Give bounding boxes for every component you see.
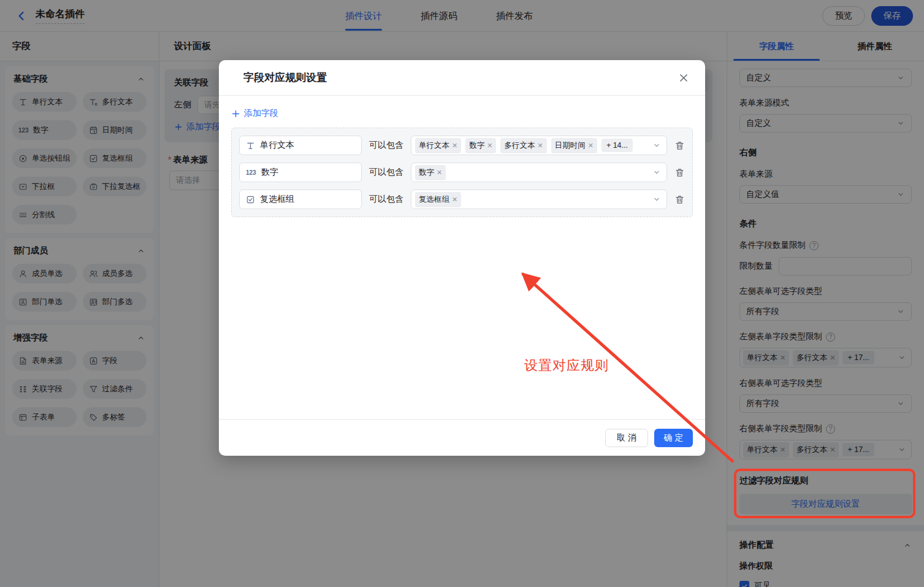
- chevron-down-icon: [652, 141, 661, 150]
- rule-row: 123 数字 可以包含 数字: [239, 163, 685, 182]
- remove-tag-icon[interactable]: [452, 196, 457, 204]
- rule-field-select[interactable]: 单行文本: [239, 136, 362, 155]
- delete-row-icon[interactable]: [674, 167, 685, 178]
- rule-contains-multiselect[interactable]: 复选框组: [411, 190, 667, 209]
- rule-row: 复选框组 可以包含 复选框组: [239, 190, 685, 209]
- cancel-button[interactable]: 取 消: [605, 429, 648, 447]
- plus-icon: [231, 109, 240, 118]
- chevron-down-icon: [652, 195, 661, 204]
- remove-tag-icon[interactable]: [487, 142, 492, 150]
- type-tag: 复选框组: [415, 192, 461, 207]
- rule-contains-multiselect[interactable]: 数字: [411, 163, 667, 182]
- type-tag: 多行文本: [500, 138, 546, 153]
- chevron-down-icon: [652, 168, 661, 177]
- remove-tag-icon[interactable]: [437, 169, 442, 177]
- type-tag: 日期时间: [551, 138, 597, 153]
- field-rule-settings-modal: 字段对应规则设置 添加字段 单行文本 可以包含 单行文本 数字: [219, 60, 705, 456]
- rule-field-select[interactable]: 复选框组: [239, 190, 362, 209]
- type-tag: 数字: [415, 165, 446, 180]
- type-tag: 单行文本: [415, 138, 461, 153]
- contain-label: 可以包含: [369, 140, 403, 151]
- modal-add-field-button[interactable]: 添加字段: [231, 108, 693, 119]
- contain-label: 可以包含: [369, 194, 403, 205]
- text-icon: [246, 141, 255, 150]
- more-tags-badge[interactable]: + 14...: [601, 139, 633, 152]
- confirm-button[interactable]: 确 定: [654, 429, 693, 447]
- contain-label: 可以包含: [369, 167, 403, 178]
- close-icon[interactable]: [678, 72, 689, 83]
- remove-tag-icon[interactable]: [588, 142, 594, 150]
- delete-row-icon[interactable]: [674, 140, 685, 151]
- app-screen: 未命名插件 插件设计 插件源码 插件发布 预览 保存 字段 基础字段 单行文本 …: [0, 0, 924, 587]
- delete-row-icon[interactable]: [674, 194, 685, 205]
- rule-field-select[interactable]: 123 数字: [239, 163, 362, 182]
- checkbox-group-icon: [246, 195, 255, 204]
- rule-contains-multiselect[interactable]: 单行文本 数字 多行文本 日期时间 + 14...: [411, 136, 667, 155]
- rule-rows-container: 单行文本 可以包含 单行文本 数字 多行文本 日期时间 + 14...: [231, 128, 693, 217]
- remove-tag-icon[interactable]: [537, 142, 543, 150]
- rule-row: 单行文本 可以包含 单行文本 数字 多行文本 日期时间 + 14...: [239, 136, 685, 155]
- type-tag: 数字: [465, 138, 496, 153]
- modal-title: 字段对应规则设置: [243, 71, 327, 85]
- number-icon: 123: [246, 169, 256, 176]
- remove-tag-icon[interactable]: [452, 142, 457, 150]
